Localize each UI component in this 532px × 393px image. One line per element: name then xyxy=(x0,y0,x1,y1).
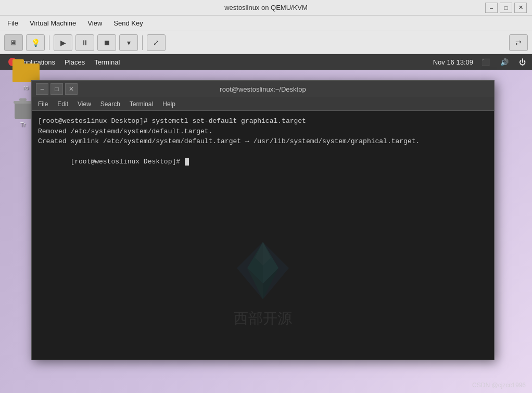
terminal-label: Terminal xyxy=(94,58,120,66)
terminal-title-bar: – □ ✕ root@westoslinux:~/Desktop xyxy=(32,81,494,97)
power-icon[interactable]: ⏻ xyxy=(517,57,528,67)
toolbar-display-btn[interactable]: 🖥 xyxy=(4,34,23,51)
terminal-line-2: Removed /etc/systemd/system/default.targ… xyxy=(38,126,488,137)
folder-graphic xyxy=(12,59,40,82)
top-panel: Applications Places Terminal Nov 16 13:0… xyxy=(0,54,532,70)
terminal-line-3: Created symlink /etc/systemd/system/defa… xyxy=(38,136,488,147)
close-button[interactable]: ✕ xyxy=(514,3,527,13)
host-menu-bar: File Virtual Machine View Send Key xyxy=(0,16,532,31)
folder-body xyxy=(12,64,40,82)
terminal-prompt: [root@westoslinux Desktop]# xyxy=(70,158,184,166)
menu-virtual-machine[interactable]: Virtual Machine xyxy=(24,17,81,29)
panel-right: Nov 16 13:09 ⬛ 🔊 ⏻ xyxy=(433,57,528,67)
tmenu-file[interactable]: File xyxy=(34,99,52,109)
tmenu-search[interactable]: Search xyxy=(96,99,124,109)
menu-view[interactable]: View xyxy=(82,17,107,29)
toolbar-right-spacer: ⇄ xyxy=(509,34,528,51)
svg-marker-0 xyxy=(237,242,289,299)
toolbar-play-btn[interactable]: ▶ xyxy=(54,34,72,51)
folder-label: ro xyxy=(23,84,29,91)
svg-marker-1 xyxy=(247,242,263,284)
tmenu-help[interactable]: Help xyxy=(158,99,180,109)
title-bar: westoslinux on QEMU/KVM – □ ✕ xyxy=(0,0,532,16)
trash-graphic xyxy=(14,98,32,119)
watermark-text: 西部开源 xyxy=(234,309,292,328)
minimize-button[interactable]: – xyxy=(485,3,498,13)
svg-marker-3 xyxy=(247,268,263,299)
svg-marker-4 xyxy=(263,268,278,299)
window-title: westoslinux on QEMU/KVM xyxy=(224,4,308,11)
terminal-minimize-btn[interactable]: – xyxy=(36,83,48,95)
terminal-content[interactable]: [root@westoslinux Desktop]# systemctl se… xyxy=(32,111,494,360)
toolbar-pause-btn[interactable]: ⏸ xyxy=(75,34,94,51)
svg-marker-5 xyxy=(255,242,271,265)
terminal-maximize-btn[interactable]: □ xyxy=(50,83,63,95)
toolbar-extra-btn[interactable]: ⇄ xyxy=(509,34,528,51)
terminal-menu-bar: File Edit View Search Terminal Help xyxy=(32,97,494,111)
places-label: Places xyxy=(65,58,85,66)
terminal-line-4: [root@westoslinux Desktop]# xyxy=(38,147,488,178)
trash-handle xyxy=(19,98,27,101)
trash-lid xyxy=(14,101,32,104)
tmenu-edit[interactable]: Edit xyxy=(53,99,72,109)
toolbar-separator-1 xyxy=(49,35,49,50)
tmenu-view[interactable]: View xyxy=(73,99,95,109)
toolbar-dropdown-btn[interactable]: ▾ xyxy=(119,34,138,51)
terminal-title-text: root@westoslinux:~/Desktop xyxy=(220,85,306,93)
svg-marker-2 xyxy=(263,242,278,284)
terminal-window: – □ ✕ root@westoslinux:~/Desktop File Ed… xyxy=(31,80,495,360)
terminal-window-controls: – □ ✕ xyxy=(36,83,78,95)
toolbar: 🖥 💡 ▶ ⏸ ⏹ ▾ ⤢ ⇄ xyxy=(0,31,532,54)
toolbar-separator-2 xyxy=(142,35,143,50)
desktop: Applications Places Terminal Nov 16 13:0… xyxy=(0,54,532,393)
terminal-close-btn[interactable]: ✕ xyxy=(65,83,78,95)
terminal-menu-btn[interactable]: Terminal xyxy=(90,57,124,68)
csdn-watermark: CSDN @cjzcc1996 xyxy=(472,382,526,389)
trash-label: Tr xyxy=(20,121,26,128)
menu-send-key[interactable]: Send Key xyxy=(108,17,148,29)
network-icon[interactable]: ⬛ xyxy=(479,57,492,67)
terminal-line-1: [root@westoslinux Desktop]# systemctl se… xyxy=(38,116,488,126)
menu-file[interactable]: File xyxy=(2,17,23,29)
toolbar-stop-btn[interactable]: ⏹ xyxy=(97,34,116,51)
window-controls: – □ ✕ xyxy=(485,3,527,13)
terminal-cursor xyxy=(185,158,189,166)
datetime-label: Nov 16 13:09 xyxy=(433,58,473,66)
toolbar-fullscreen-btn[interactable]: ⤢ xyxy=(147,34,166,51)
watermark-logo xyxy=(232,237,294,305)
maximize-button[interactable]: □ xyxy=(500,3,512,13)
watermark: 西部开源 xyxy=(232,237,294,328)
toolbar-bulb-btn[interactable]: 💡 xyxy=(26,34,45,51)
volume-icon[interactable]: 🔊 xyxy=(498,57,511,67)
trash-body xyxy=(15,103,31,119)
places-menu-btn[interactable]: Places xyxy=(60,57,89,68)
tmenu-terminal[interactable]: Terminal xyxy=(125,99,157,109)
